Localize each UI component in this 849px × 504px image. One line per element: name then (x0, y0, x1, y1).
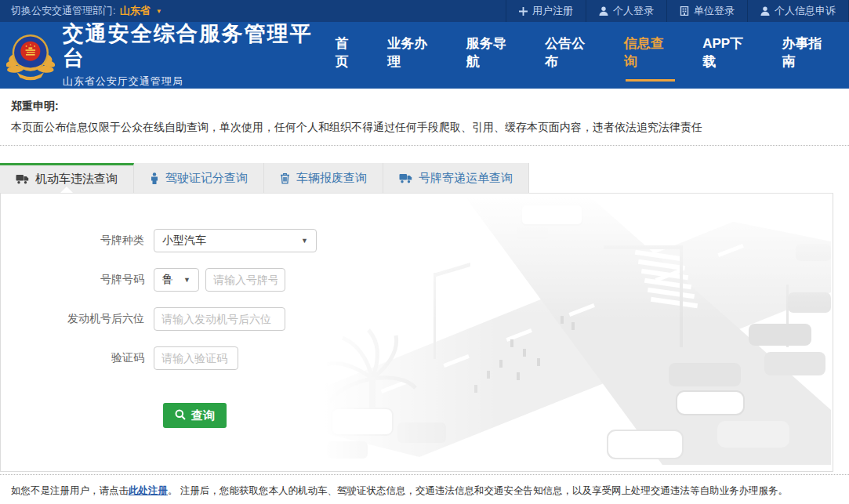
site-title: 交通安全综合服务管理平台 (63, 22, 334, 71)
plate-type-value: 小型汽车 (162, 234, 206, 248)
tab-label: 号牌寄递运单查询 (419, 171, 513, 186)
truck-icon (16, 174, 29, 184)
personal-login-link[interactable]: 个人登录 (586, 0, 666, 22)
tab-plate-delivery-query[interactable]: 号牌寄递运单查询 (383, 163, 529, 193)
statement-title: 郑重申明: (11, 100, 838, 114)
province-select[interactable]: 鲁 ▼ (154, 268, 199, 292)
nav-item-service-guide[interactable]: 服务导航 (465, 30, 521, 82)
plus-icon (519, 7, 528, 16)
plate-number-input[interactable] (205, 268, 285, 292)
province-value: 鲁 (162, 273, 173, 287)
solemn-statement: 郑重申明: 本页面公布信息仅限于公众在线自助查询，单次使用，任何个人和组织不得通… (0, 89, 849, 146)
site-header: 交通安全综合服务管理平台 山东省公安厅交通管理局 首页 业务办理 服务导航 公告… (0, 22, 849, 89)
truck-icon (399, 173, 412, 183)
region-value: 山东省 (120, 4, 151, 18)
person-icon (760, 6, 770, 16)
captcha-row: 验证码 (1, 346, 833, 370)
plate-number-row: 号牌号码 鲁 ▼ (1, 268, 833, 292)
chevron-down-icon: ▼ (295, 237, 308, 245)
user-register-link[interactable]: 用户注册 (506, 0, 586, 22)
plate-type-row: 号牌种类 小型汽车 ▼ (1, 229, 833, 252)
captcha-label: 验证码 (1, 351, 154, 365)
top-utility-bar: 切换公安交通管理部门: 山东省 ▼ 用户注册 个人登录 单位登录 个人信息申诉 (0, 0, 849, 22)
query-button-label: 查询 (191, 408, 215, 423)
region-switcher[interactable]: 切换公安交通管理部门: 山东省 ▼ (0, 4, 162, 18)
register-hint: 如您不是注册用户，请点击此处注册。 注册后，您能获取您本人的机动车、驾驶证状态信… (0, 474, 849, 504)
submit-row: 查询 (1, 403, 833, 428)
topbar-links: 用户注册 个人登录 单位登录 个人信息申诉 (506, 0, 849, 22)
chevron-down-icon: ▼ (177, 276, 190, 284)
nav-item-home[interactable]: 首页 (334, 30, 364, 82)
person-icon (599, 6, 608, 16)
hint-text-after: 。 注册后，您能获取您本人的机动车、驾驶证状态信息，交通违法信息和交通安全告知信… (168, 485, 788, 496)
site-subtitle: 山东省公安厅交通管理局 (63, 74, 334, 89)
tab-vehicle-violation-query[interactable]: 机动车违法查询 (0, 163, 134, 193)
trash-icon (280, 172, 290, 184)
plate-type-select[interactable]: 小型汽车 ▼ (154, 229, 317, 252)
region-switch-label: 切换公安交通管理部门: (11, 4, 116, 18)
plate-number-label: 号牌号码 (1, 273, 154, 287)
violation-query-form: 号牌种类 小型汽车 ▼ 号牌号码 鲁 ▼ 发动机号后六位 验证码 (1, 194, 833, 428)
brand[interactable]: 交通安全综合服务管理平台 山东省公安厅交通管理局 (0, 22, 334, 89)
personal-appeal-label: 个人信息申诉 (775, 4, 836, 18)
user-register-label: 用户注册 (532, 4, 573, 18)
search-icon (175, 409, 186, 422)
police-badge-logo (6, 30, 55, 82)
tab-driver-license-points-query[interactable]: 驾驶证记分查询 (134, 163, 264, 193)
personal-login-label: 个人登录 (613, 4, 654, 18)
engine-number-label: 发动机号后六位 (1, 312, 154, 326)
main-nav: 首页 业务办理 服务导航 公告公布 信息查询 APP下载 办事指南 (334, 30, 849, 82)
query-panel: 号牌种类 小型汽车 ▼ 号牌号码 鲁 ▼ 发动机号后六位 验证码 (0, 193, 833, 472)
tab-label: 车辆报废查询 (296, 171, 367, 186)
engine-number-row: 发动机号后六位 (1, 307, 833, 331)
plate-type-label: 号牌种类 (1, 234, 154, 248)
tab-label: 机动车违法查询 (35, 172, 118, 187)
engine-number-input[interactable] (154, 307, 285, 331)
nav-item-business[interactable]: 业务办理 (386, 30, 441, 82)
chevron-down-icon: ▼ (156, 8, 162, 15)
building-icon (680, 6, 689, 16)
tab-vehicle-scrap-query[interactable]: 车辆报废查询 (264, 163, 383, 193)
brand-text: 交通安全综合服务管理平台 山东省公安厅交通管理局 (63, 22, 334, 89)
captcha-input[interactable] (154, 346, 238, 370)
personal-appeal-link[interactable]: 个人信息申诉 (747, 0, 849, 22)
statement-body: 本页面公布信息仅限于公众在线自助查询，单次使用，任何个人和组织不得通过任何手段爬… (11, 121, 838, 135)
nav-item-announcements[interactable]: 公告公布 (543, 30, 599, 82)
nav-item-info-query[interactable]: 信息查询 (622, 30, 678, 82)
hint-text-before: 如您不是注册用户，请点击 (11, 485, 129, 496)
person-icon (150, 172, 159, 184)
nav-item-app-download[interactable]: APP下载 (701, 30, 757, 82)
nav-item-handbook[interactable]: 办事指南 (781, 30, 836, 82)
tab-label: 驾驶证记分查询 (165, 171, 248, 186)
unit-login-label: 单位登录 (694, 4, 735, 18)
query-tabs: 机动车违法查询 驾驶证记分查询 车辆报废查询 号牌寄递运单查询 (0, 163, 849, 193)
unit-login-link[interactable]: 单位登录 (666, 0, 747, 22)
query-button[interactable]: 查询 (163, 403, 227, 428)
register-here-link[interactable]: 此处注册 (129, 485, 168, 496)
